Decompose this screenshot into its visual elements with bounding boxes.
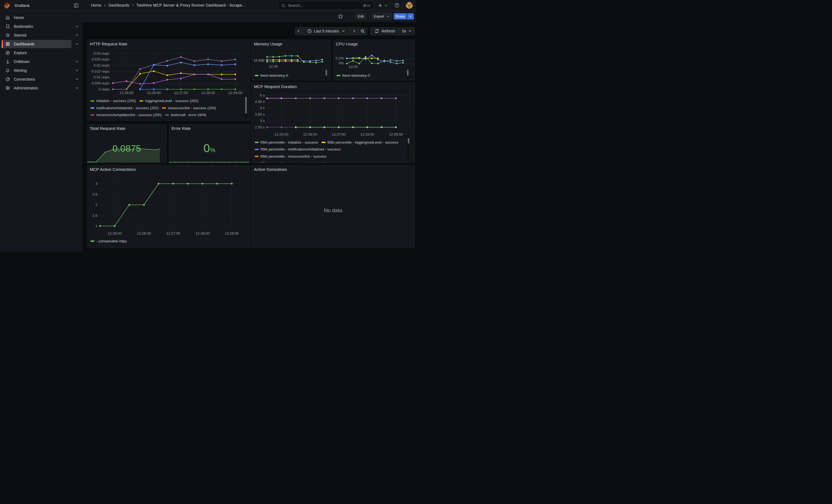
svg-text:12:29:00: 12:29:00 [389,132,403,136]
svg-text:0.025 req/s: 0.025 req/s [92,57,109,61]
svg-text:0.01 req/s: 0.01 req/s [94,75,109,79]
svg-text:12:27:00: 12:27:00 [174,91,188,95]
svg-text:5 s: 5 s [260,93,265,97]
svg-text:12:25: 12:25 [348,65,358,69]
svg-text:12:25: 12:25 [269,64,278,68]
svg-text:2.5: 2.5 [92,192,97,196]
svg-text:3: 3 [95,182,97,186]
svg-text:2: 2 [95,203,97,207]
svg-text:12:28:00: 12:28:00 [360,132,374,136]
svg-text:12:25:00: 12:25:00 [120,91,133,95]
svg-text:0.015 req/s: 0.015 req/s [92,69,109,73]
svg-text:4.50 s: 4.50 s [255,99,265,103]
svg-text:0%: 0% [338,61,344,65]
svg-text:1: 1 [95,224,97,228]
svg-text:0.005 req/s: 0.005 req/s [92,81,109,85]
svg-text:2.50 s: 2.50 s [255,125,265,129]
svg-text:1.5: 1.5 [92,213,97,217]
svg-text:3 s: 3 s [260,118,265,123]
svg-text:12:25:00: 12:25:00 [275,132,289,136]
svg-text:12:28:00: 12:28:00 [201,91,215,95]
svg-text:0.03 req/s: 0.03 req/s [94,51,109,55]
svg-text:16 MiB: 16 MiB [253,58,264,62]
svg-text:12:25:00: 12:25:00 [108,231,122,236]
svg-text:12:26:00: 12:26:00 [303,132,317,136]
svg-text:0.2%: 0.2% [335,56,344,60]
svg-text:12:27:00: 12:27:00 [332,132,346,136]
svg-text:3.50 s: 3.50 s [255,112,265,116]
svg-text:0.02 req/s: 0.02 req/s [94,63,109,67]
svg-text:12:28:00: 12:28:00 [196,231,209,236]
svg-text:12:26:00: 12:26:00 [147,91,161,95]
svg-text:4 s: 4 s [260,106,265,110]
svg-text:12:29:00: 12:29:00 [228,91,242,95]
svg-text:12:27:00: 12:27:00 [166,231,180,236]
svg-text:12:29:00: 12:29:00 [225,231,238,236]
svg-text:0 req/s: 0 req/s [99,87,109,91]
svg-text:12:26:00: 12:26:00 [137,231,151,236]
